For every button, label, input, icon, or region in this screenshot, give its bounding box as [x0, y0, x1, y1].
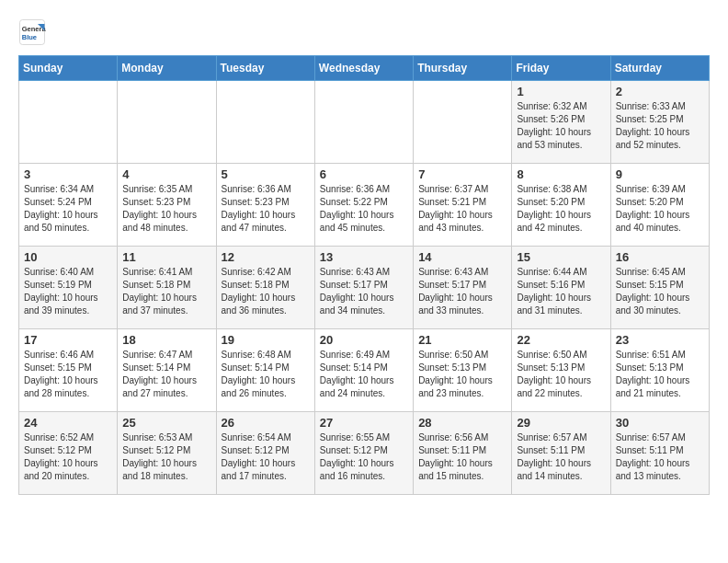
day-number: 29 [517, 416, 605, 430]
week-row-3: 10Sunrise: 6:40 AM Sunset: 5:19 PM Dayli… [19, 247, 710, 329]
calendar-cell: 18Sunrise: 6:47 AM Sunset: 5:14 PM Dayli… [118, 329, 216, 412]
calendar-cell: 9Sunrise: 6:39 AM Sunset: 5:20 PM Daylig… [610, 164, 709, 247]
day-number: 14 [418, 250, 506, 264]
day-number: 28 [418, 416, 506, 430]
weekday-header-saturday: Saturday [610, 56, 709, 81]
day-number: 16 [616, 250, 704, 264]
calendar-cell: 7Sunrise: 6:37 AM Sunset: 5:21 PM Daylig… [414, 164, 512, 247]
day-number: 23 [616, 333, 704, 347]
day-info: Sunrise: 6:38 AM Sunset: 5:20 PM Dayligh… [517, 183, 605, 235]
calendar-cell: 5Sunrise: 6:36 AM Sunset: 5:23 PM Daylig… [216, 164, 314, 247]
day-number: 30 [616, 416, 704, 430]
day-number: 19 [222, 333, 310, 347]
calendar-cell [314, 81, 413, 164]
header: General Blue [18, 18, 710, 46]
calendar-cell [118, 81, 216, 164]
week-row-5: 24Sunrise: 6:52 AM Sunset: 5:12 PM Dayli… [19, 412, 710, 495]
calendar-cell: 3Sunrise: 6:34 AM Sunset: 5:24 PM Daylig… [19, 164, 118, 247]
calendar-cell: 14Sunrise: 6:43 AM Sunset: 5:17 PM Dayli… [414, 247, 512, 329]
calendar-cell: 2Sunrise: 6:33 AM Sunset: 5:25 PM Daylig… [610, 81, 709, 164]
day-number: 11 [122, 250, 210, 264]
day-info: Sunrise: 6:37 AM Sunset: 5:21 PM Dayligh… [418, 183, 506, 235]
calendar-cell: 28Sunrise: 6:56 AM Sunset: 5:11 PM Dayli… [414, 412, 512, 495]
svg-text:Blue: Blue [22, 33, 37, 41]
weekday-header-tuesday: Tuesday [216, 56, 314, 81]
day-number: 9 [616, 167, 704, 181]
calendar-cell [414, 81, 512, 164]
weekday-header-friday: Friday [512, 56, 610, 81]
calendar-cell: 22Sunrise: 6:50 AM Sunset: 5:13 PM Dayli… [512, 329, 610, 412]
day-info: Sunrise: 6:45 AM Sunset: 5:15 PM Dayligh… [616, 266, 704, 317]
day-number: 13 [320, 250, 408, 264]
calendar-cell: 29Sunrise: 6:57 AM Sunset: 5:11 PM Dayli… [512, 412, 610, 495]
weekday-header-monday: Monday [118, 56, 216, 81]
calendar-cell: 27Sunrise: 6:55 AM Sunset: 5:12 PM Dayli… [314, 412, 413, 495]
day-number: 2 [616, 85, 704, 98]
day-number: 18 [122, 333, 210, 347]
day-info: Sunrise: 6:49 AM Sunset: 5:14 PM Dayligh… [320, 349, 408, 400]
calendar-cell: 8Sunrise: 6:38 AM Sunset: 5:20 PM Daylig… [512, 164, 610, 247]
day-number: 27 [320, 416, 408, 430]
day-info: Sunrise: 6:51 AM Sunset: 5:13 PM Dayligh… [616, 349, 704, 400]
day-info: Sunrise: 6:50 AM Sunset: 5:13 PM Dayligh… [418, 349, 506, 400]
weekday-header-sunday: Sunday [19, 56, 118, 81]
week-row-4: 17Sunrise: 6:46 AM Sunset: 5:15 PM Dayli… [19, 329, 710, 412]
day-info: Sunrise: 6:57 AM Sunset: 5:11 PM Dayligh… [517, 431, 605, 483]
day-info: Sunrise: 6:43 AM Sunset: 5:17 PM Dayligh… [320, 266, 408, 317]
weekday-header-wednesday: Wednesday [314, 56, 413, 81]
day-info: Sunrise: 6:52 AM Sunset: 5:12 PM Dayligh… [24, 431, 112, 483]
day-number: 12 [222, 250, 310, 264]
day-info: Sunrise: 6:32 AM Sunset: 5:26 PM Dayligh… [517, 100, 605, 152]
calendar-cell: 26Sunrise: 6:54 AM Sunset: 5:12 PM Dayli… [216, 412, 314, 495]
day-number: 20 [320, 333, 408, 347]
day-number: 4 [122, 167, 210, 181]
calendar-cell: 6Sunrise: 6:36 AM Sunset: 5:22 PM Daylig… [314, 164, 413, 247]
logo-icon: General Blue [18, 18, 46, 46]
calendar-cell: 25Sunrise: 6:53 AM Sunset: 5:12 PM Dayli… [118, 412, 216, 495]
day-number: 8 [517, 167, 605, 181]
calendar-cell: 13Sunrise: 6:43 AM Sunset: 5:17 PM Dayli… [314, 247, 413, 329]
calendar-cell: 12Sunrise: 6:42 AM Sunset: 5:18 PM Dayli… [216, 247, 314, 329]
day-info: Sunrise: 6:54 AM Sunset: 5:12 PM Dayligh… [222, 431, 310, 483]
day-number: 26 [222, 416, 310, 430]
calendar-cell: 1Sunrise: 6:32 AM Sunset: 5:26 PM Daylig… [512, 81, 610, 164]
day-number: 6 [320, 167, 408, 181]
calendar-cell: 11Sunrise: 6:41 AM Sunset: 5:18 PM Dayli… [118, 247, 216, 329]
calendar-cell: 17Sunrise: 6:46 AM Sunset: 5:15 PM Dayli… [19, 329, 118, 412]
day-info: Sunrise: 6:53 AM Sunset: 5:12 PM Dayligh… [122, 431, 210, 483]
week-row-2: 3Sunrise: 6:34 AM Sunset: 5:24 PM Daylig… [19, 164, 710, 247]
day-info: Sunrise: 6:57 AM Sunset: 5:11 PM Dayligh… [616, 431, 704, 483]
day-number: 3 [24, 167, 112, 181]
calendar-cell: 4Sunrise: 6:35 AM Sunset: 5:23 PM Daylig… [118, 164, 216, 247]
day-info: Sunrise: 6:33 AM Sunset: 5:25 PM Dayligh… [616, 100, 704, 152]
calendar-cell: 21Sunrise: 6:50 AM Sunset: 5:13 PM Dayli… [414, 329, 512, 412]
day-number: 5 [222, 167, 310, 181]
calendar-cell: 24Sunrise: 6:52 AM Sunset: 5:12 PM Dayli… [19, 412, 118, 495]
calendar-cell: 30Sunrise: 6:57 AM Sunset: 5:11 PM Dayli… [610, 412, 709, 495]
day-info: Sunrise: 6:35 AM Sunset: 5:23 PM Dayligh… [122, 183, 210, 235]
calendar-cell: 15Sunrise: 6:44 AM Sunset: 5:16 PM Dayli… [512, 247, 610, 329]
day-number: 10 [24, 250, 112, 264]
day-info: Sunrise: 6:48 AM Sunset: 5:14 PM Dayligh… [222, 349, 310, 400]
day-info: Sunrise: 6:46 AM Sunset: 5:15 PM Dayligh… [24, 349, 112, 400]
day-number: 21 [418, 333, 506, 347]
day-number: 25 [122, 416, 210, 430]
calendar-cell: 19Sunrise: 6:48 AM Sunset: 5:14 PM Dayli… [216, 329, 314, 412]
calendar-cell [216, 81, 314, 164]
day-info: Sunrise: 6:34 AM Sunset: 5:24 PM Dayligh… [24, 183, 112, 235]
day-number: 17 [24, 333, 112, 347]
weekday-header-thursday: Thursday [414, 56, 512, 81]
calendar-cell [19, 81, 118, 164]
day-info: Sunrise: 6:43 AM Sunset: 5:17 PM Dayligh… [418, 266, 506, 317]
day-info: Sunrise: 6:56 AM Sunset: 5:11 PM Dayligh… [418, 431, 506, 483]
day-info: Sunrise: 6:47 AM Sunset: 5:14 PM Dayligh… [122, 349, 210, 400]
logo: General Blue [18, 18, 50, 46]
day-info: Sunrise: 6:55 AM Sunset: 5:12 PM Dayligh… [320, 431, 408, 483]
calendar-cell: 20Sunrise: 6:49 AM Sunset: 5:14 PM Dayli… [314, 329, 413, 412]
calendar-cell: 16Sunrise: 6:45 AM Sunset: 5:15 PM Dayli… [610, 247, 709, 329]
calendar-cell: 10Sunrise: 6:40 AM Sunset: 5:19 PM Dayli… [19, 247, 118, 329]
calendar-table: SundayMondayTuesdayWednesdayThursdayFrid… [18, 55, 710, 495]
day-info: Sunrise: 6:50 AM Sunset: 5:13 PM Dayligh… [517, 349, 605, 400]
week-row-1: 1Sunrise: 6:32 AM Sunset: 5:26 PM Daylig… [19, 81, 710, 164]
day-info: Sunrise: 6:36 AM Sunset: 5:23 PM Dayligh… [222, 183, 310, 235]
